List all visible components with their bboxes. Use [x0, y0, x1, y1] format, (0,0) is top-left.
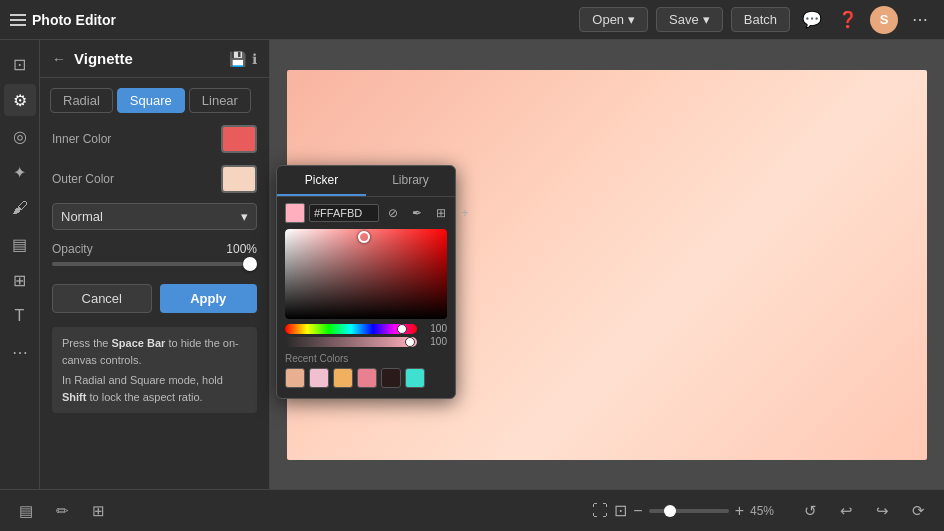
alpha-slider[interactable]: [285, 337, 417, 347]
more-history-icon[interactable]: ⟳: [904, 497, 932, 525]
edit-bottom-icon[interactable]: ✏: [48, 497, 76, 525]
gradient-canvas-wrap[interactable]: [285, 229, 447, 319]
zoom-controls: ⛶ ⊡ − + 45%: [592, 501, 786, 520]
redo-icon[interactable]: ↪: [868, 497, 896, 525]
save-button[interactable]: Save ▾: [656, 7, 723, 32]
gradient-thumb[interactable]: [358, 231, 370, 243]
picker-pipette-icon[interactable]: ✒: [407, 203, 427, 223]
panel-info-icon[interactable]: ℹ: [252, 51, 257, 67]
save-chevron-icon: ▾: [703, 12, 710, 27]
tab-radial[interactable]: Radial: [50, 88, 113, 113]
panel-header-icons: 💾 ℹ: [229, 51, 257, 67]
picker-tab-library-label: Library: [392, 173, 429, 187]
color-picker-popup: Picker Library ⊘ ✒ ⊞ +: [276, 165, 456, 399]
grid-bottom-icon[interactable]: ⊞: [84, 497, 112, 525]
avatar-initial: S: [880, 12, 889, 27]
inner-color-label: Inner Color: [52, 132, 213, 146]
sidebar-more-icon[interactable]: ⋯: [4, 336, 36, 368]
layers-bottom-icon[interactable]: ▤: [12, 497, 40, 525]
opacity-slider-thumb[interactable]: [243, 257, 257, 271]
panel-back-button[interactable]: ←: [52, 51, 66, 67]
bottombar-right: ↺ ↩ ↪ ⟳: [796, 497, 932, 525]
sidebar-layers-icon[interactable]: ▤: [4, 228, 36, 260]
blend-mode-label: Normal: [61, 209, 103, 224]
hue-thumb[interactable]: [397, 324, 407, 334]
recent-color-3[interactable]: [357, 368, 377, 388]
left-sidebar: ⊡ ⚙ ◎ ✦ 🖌 ▤ ⊞ T ⋯: [0, 40, 40, 489]
inner-color-row: Inner Color: [40, 119, 269, 159]
picker-tools: ⊘ ✒ ⊞ +: [383, 203, 475, 223]
recent-color-2[interactable]: [333, 368, 353, 388]
sidebar-adjust-icon[interactable]: ⚙: [4, 84, 36, 116]
recent-color-5[interactable]: [405, 368, 425, 388]
panel-save-icon[interactable]: 💾: [229, 51, 246, 67]
undo-icon[interactable]: ↩: [832, 497, 860, 525]
tab-linear[interactable]: Linear: [189, 88, 251, 113]
opacity-slider-track[interactable]: [52, 262, 257, 266]
tooltip-line2: In Radial and Square mode, hold Shift to…: [62, 372, 247, 405]
cancel-button[interactable]: Cancel: [52, 284, 152, 313]
tab-square[interactable]: Square: [117, 88, 185, 113]
reset-history-icon[interactable]: ↺: [796, 497, 824, 525]
save-label: Save: [669, 12, 699, 27]
apply-button[interactable]: Apply: [160, 284, 258, 313]
picker-tab-library[interactable]: Library: [366, 166, 455, 196]
fit-screen-icon[interactable]: ⛶: [592, 502, 608, 520]
recent-color-0[interactable]: [285, 368, 305, 388]
panel-header: ← Vignette 💾 ℹ: [40, 40, 269, 78]
chat-icon[interactable]: 💬: [798, 6, 826, 34]
recent-color-4[interactable]: [381, 368, 401, 388]
open-chevron-icon: ▾: [628, 12, 635, 27]
panel-buttons: Cancel Apply: [40, 276, 269, 321]
zoom-out-icon[interactable]: −: [633, 502, 642, 520]
help-icon[interactable]: ❓: [834, 6, 862, 34]
zoom-value: 45%: [750, 504, 786, 518]
zoom-slider[interactable]: [649, 509, 729, 513]
tooltip-key-spacebar: Space Bar: [112, 337, 166, 349]
batch-button[interactable]: Batch: [731, 7, 790, 32]
tab-radial-label: Radial: [63, 93, 100, 108]
inner-color-swatch[interactable]: [221, 125, 257, 153]
topbar-icons: 💬 ❓ S ⋯: [798, 6, 934, 34]
hue-slider[interactable]: [285, 324, 417, 334]
batch-label: Batch: [744, 12, 777, 27]
sidebar-brush-icon[interactable]: 🖌: [4, 192, 36, 224]
opacity-value: 100%: [226, 242, 257, 256]
sidebar-filter-icon[interactable]: ◎: [4, 120, 36, 152]
tab-square-label: Square: [130, 93, 172, 108]
avatar[interactable]: S: [870, 6, 898, 34]
open-button[interactable]: Open ▾: [579, 7, 648, 32]
alpha-row: 100: [277, 334, 455, 349]
alpha-value: 100: [423, 336, 447, 347]
sidebar-text-icon[interactable]: T: [4, 300, 36, 332]
panel: ← Vignette 💾 ℹ Radial Square Linear Inne…: [40, 40, 270, 489]
picker-hex-swatch[interactable]: [285, 203, 305, 223]
picker-plus-icon[interactable]: +: [455, 203, 475, 223]
outer-color-swatch[interactable]: [221, 165, 257, 193]
panel-title: Vignette: [74, 50, 221, 67]
recent-color-1[interactable]: [309, 368, 329, 388]
opacity-label: Opacity: [52, 242, 93, 256]
picker-hex-input[interactable]: [309, 204, 379, 222]
expand-icon[interactable]: ⋯: [906, 6, 934, 34]
hue-value: 100: [423, 323, 447, 334]
topbar: Photo Editor Open ▾ Save ▾ Batch 💬 ❓ S ⋯: [0, 0, 944, 40]
bottombar: ▤ ✏ ⊞ ⛶ ⊡ − + 45% ↺ ↩ ↪ ⟳: [0, 489, 944, 531]
hamburger-icon[interactable]: [10, 14, 26, 26]
sidebar-effect-icon[interactable]: ✦: [4, 156, 36, 188]
app-logo: Photo Editor: [10, 12, 116, 28]
zoom-in-icon[interactable]: +: [735, 502, 744, 520]
gradient-canvas[interactable]: [285, 229, 447, 319]
sidebar-objects-icon[interactable]: ⊞: [4, 264, 36, 296]
picker-tab-picker[interactable]: Picker: [277, 166, 366, 196]
sidebar-crop-icon[interactable]: ⊡: [4, 48, 36, 80]
picker-eyedropper-icon[interactable]: ⊘: [383, 203, 403, 223]
fit-width-icon[interactable]: ⊡: [614, 501, 627, 520]
blend-mode-dropdown[interactable]: Normal ▾: [52, 203, 257, 230]
picker-tabs: Picker Library: [277, 166, 455, 197]
recent-colors-label: Recent Colors: [277, 349, 455, 366]
mode-tabs: Radial Square Linear: [40, 78, 269, 119]
tooltip-key-shift: Shift: [62, 391, 86, 403]
picker-grid-icon[interactable]: ⊞: [431, 203, 451, 223]
alpha-thumb[interactable]: [405, 337, 415, 347]
